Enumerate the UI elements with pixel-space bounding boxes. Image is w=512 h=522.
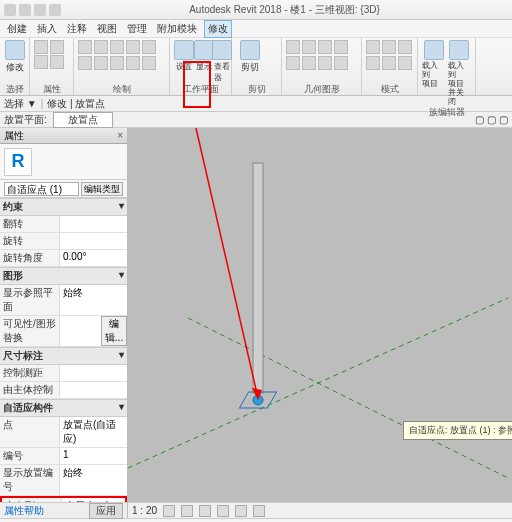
- vc-icon[interactable]: [163, 505, 175, 517]
- element-tooltip: 自适应点: 放置点 (1) : 参照: [403, 421, 512, 440]
- vc-icon[interactable]: [253, 505, 265, 517]
- mode-icon[interactable]: [398, 56, 412, 70]
- view-control-bar: 1 : 20: [128, 502, 512, 518]
- svg-line-6: [196, 128, 258, 398]
- prop-row[interactable]: 由主体控制: [0, 382, 127, 399]
- mode-icon[interactable]: [382, 56, 396, 70]
- svg-line-1: [128, 298, 508, 468]
- tab-注释[interactable]: 注释: [64, 21, 90, 37]
- properties-help-link[interactable]: 属性帮助: [4, 504, 44, 518]
- properties-header: 属性 ×: [0, 128, 127, 144]
- load2-button[interactable]: 载入到项目并关闭: [448, 40, 472, 106]
- tool-icon[interactable]: [94, 56, 108, 70]
- prop-row[interactable]: 显示放置编号始终: [0, 465, 127, 496]
- project-icon[interactable]: [50, 55, 64, 69]
- tool-icon[interactable]: [110, 40, 124, 54]
- revit-logo-icon: R: [4, 148, 32, 176]
- 设置-button[interactable]: 设置: [174, 40, 194, 72]
- tab-插入[interactable]: 插入: [34, 21, 60, 37]
- prop-row[interactable]: 显示参照平面始终: [0, 285, 127, 316]
- 3d-viewport[interactable]: 自适应点: 放置点 (1) : 参照 1 : 20: [128, 128, 512, 518]
- tool-icon[interactable]: [78, 40, 92, 54]
- modify-tool[interactable]: 修改: [4, 40, 25, 74]
- close-icon[interactable]: ×: [117, 130, 123, 141]
- properties-palette: 属性 × R 自适应点 (1) 编辑类型 约束▾翻转旋转旋转角度0.00°图形▾…: [0, 128, 128, 518]
- scale-label[interactable]: 1 : 20: [132, 505, 157, 516]
- tool-icon[interactable]: [142, 40, 156, 54]
- tab-视图[interactable]: 视图: [94, 21, 120, 37]
- tool-icon[interactable]: [142, 56, 156, 70]
- mode-icon[interactable]: [366, 56, 380, 70]
- tab-创建[interactable]: 创建: [4, 21, 30, 37]
- svg-line-0: [188, 318, 508, 478]
- section-尺寸标注[interactable]: 尺寸标注▾: [0, 347, 127, 365]
- type-icon[interactable]: [34, 55, 48, 69]
- ribbon: 修改 选择 属性 绘制 设置显示查看器 工作平面 剪切 剪切: [0, 38, 512, 96]
- tab-附加模块[interactable]: 附加模块: [154, 21, 200, 37]
- mode-icon[interactable]: [366, 40, 380, 54]
- section-约束[interactable]: 约束▾: [0, 198, 127, 216]
- instance-selector[interactable]: 自适应点 (1): [4, 182, 79, 196]
- family-icon[interactable]: [50, 40, 64, 54]
- section-自适应构件[interactable]: 自适应构件▾: [0, 399, 127, 417]
- tab-管理[interactable]: 管理: [124, 21, 150, 37]
- qat-icon[interactable]: [19, 4, 31, 16]
- apply-button[interactable]: 应用: [89, 503, 123, 519]
- 显示-button[interactable]: 显示: [196, 40, 212, 72]
- vc-icon[interactable]: [181, 505, 193, 517]
- geom-icon[interactable]: [302, 40, 316, 54]
- quick-access: [4, 4, 61, 16]
- prop-row[interactable]: 翻转: [0, 216, 127, 233]
- tab-修改[interactable]: 修改: [204, 20, 232, 38]
- geom-icon[interactable]: [334, 56, 348, 70]
- load1-button[interactable]: 载入到项目: [422, 40, 446, 88]
- ribbon-tabs: 创建插入注释视图管理附加模块修改: [0, 20, 512, 38]
- property-grid: 约束▾翻转旋转旋转角度0.00°图形▾显示参照平面始终可见性/图形替换编辑...…: [0, 198, 127, 502]
- mode-icon[interactable]: [382, 40, 396, 54]
- qat-icon[interactable]: [4, 4, 16, 16]
- cut-tool[interactable]: 剪切: [236, 40, 264, 74]
- prop-row[interactable]: 旋转: [0, 233, 127, 250]
- vc-icon[interactable]: [235, 505, 247, 517]
- section-图形[interactable]: 图形▾: [0, 267, 127, 285]
- props-icon[interactable]: [34, 40, 48, 54]
- svg-rect-3: [253, 163, 263, 393]
- mode-icon[interactable]: [398, 40, 412, 54]
- tool-icon[interactable]: [126, 56, 140, 70]
- edit-type-button[interactable]: 编辑类型: [81, 182, 123, 196]
- geom-icon[interactable]: [302, 56, 316, 70]
- vc-icon[interactable]: [199, 505, 211, 517]
- tool-icon[interactable]: [78, 56, 92, 70]
- qat-icon[interactable]: [34, 4, 46, 16]
- prop-row[interactable]: 编号1: [0, 448, 127, 465]
- viewport-svg: [128, 128, 512, 500]
- tool-icon[interactable]: [126, 40, 140, 54]
- title-bar: Autodesk Revit 2018 - 楼1 - 三维视图: {3D}: [0, 0, 512, 20]
- type-selector[interactable]: R: [0, 144, 127, 180]
- geom-icon[interactable]: [286, 56, 300, 70]
- prop-row[interactable]: 旋转角度0.00°: [0, 250, 127, 267]
- status-bar: 自适应点 : 放置点 (1) : 参照: [0, 518, 512, 522]
- 查看器-button[interactable]: 查看器: [214, 40, 230, 83]
- prop-row[interactable]: 控制测距: [0, 365, 127, 382]
- qat-icon[interactable]: [49, 4, 61, 16]
- prop-row[interactable]: 点放置点(自适应): [0, 417, 127, 448]
- geom-icon[interactable]: [318, 40, 332, 54]
- prop-row[interactable]: 可见性/图形替换编辑...: [0, 316, 127, 347]
- geom-icon[interactable]: [334, 40, 348, 54]
- geom-icon[interactable]: [286, 40, 300, 54]
- tool-icon[interactable]: [94, 40, 108, 54]
- geom-icon[interactable]: [318, 56, 332, 70]
- app-title: Autodesk Revit 2018 - 楼1 - 三维视图: {3D}: [61, 3, 508, 17]
- vc-icon[interactable]: [217, 505, 229, 517]
- tool-icon[interactable]: [110, 56, 124, 70]
